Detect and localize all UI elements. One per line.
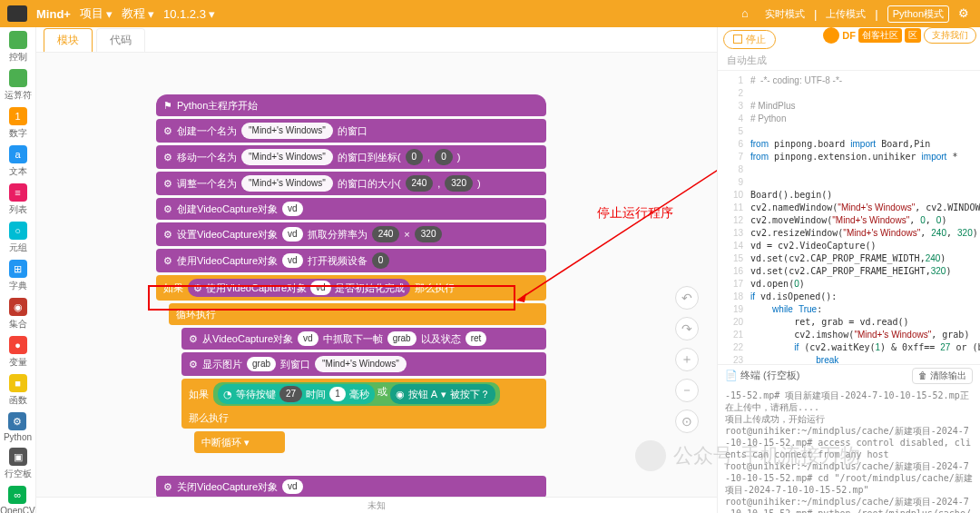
palette-set[interactable]: ◉集合 bbox=[9, 298, 27, 330]
palette-opencv[interactable]: ∞OpenCV bbox=[0, 486, 34, 513]
block-main-start: ⚑Python主程序开始 bbox=[156, 94, 546, 116]
right-panel: 停止 DF 创客社区 区 支持我们 自动生成 1# -*- coding: UT… bbox=[717, 27, 980, 513]
undo-button[interactable]: ↶ bbox=[675, 286, 699, 310]
terminal-output[interactable]: -15-52.mp# 项目新建项目-2024-7-10-10-15-52.mp正… bbox=[718, 386, 980, 513]
terminal-header: 📄 终端 (行空板) 🗑 清除输出 bbox=[718, 364, 980, 386]
block-grab-frame: ⚙从VideoCapture对象vd中抓取下一帧grab以及状态ret bbox=[181, 328, 546, 350]
status-bar: 未知 bbox=[36, 497, 717, 513]
block-move-window: ⚙移动一个名为"Mind+'s Windows"的窗口到坐标(0,0) bbox=[156, 145, 546, 169]
block-create-window: ⚙创建一个名为"Mind+'s Windows"的窗口 bbox=[156, 119, 546, 143]
stop-button[interactable]: 停止 bbox=[723, 30, 776, 49]
menu-tutorial[interactable]: 教程 ▾ bbox=[122, 5, 154, 22]
mode-python[interactable]: Python模式 bbox=[887, 5, 949, 23]
block-show-image: ⚙显示图片grab到窗口"Mind+'s Windows" bbox=[181, 352, 546, 376]
df-community-badge[interactable]: DF 创客社区 区 支持我们 bbox=[823, 27, 976, 44]
palette-unihiker[interactable]: ▣行空板 bbox=[5, 448, 32, 480]
block-set-capture: ⚙设置VideoCapture对象vd抓取分辨率为240×320 bbox=[156, 222, 546, 246]
block-open-device: ⚙使用VideoCapture对象vd打开视频设备0 bbox=[156, 249, 546, 272]
zoom-out-button[interactable]: － bbox=[675, 379, 699, 402]
menu-ip[interactable]: 10.1.2.3 ▾ bbox=[163, 7, 215, 21]
palette-control[interactable]: 控制 bbox=[9, 31, 27, 64]
block-if-key: 如果 ◔等待按键27时间1毫秒 或 ◉按钮 A▾ 被按下？ 那么执行 bbox=[181, 379, 546, 429]
gear-icon[interactable]: ⚙ bbox=[958, 6, 973, 21]
canvas-controls: ↶ ↷ ＋ － ⊙ bbox=[675, 286, 699, 433]
topbar: Mind+ 项目 ▾ 教程 ▾ 10.1.2.3 ▾ ⌂ 实时模式 | 上传模式… bbox=[0, 0, 980, 27]
zoom-in-button[interactable]: ＋ bbox=[675, 348, 699, 371]
tabs: 模块 代码 bbox=[36, 27, 717, 53]
palette-number[interactable]: 1数字 bbox=[9, 107, 27, 140]
palette-python[interactable]: ⚙Python bbox=[4, 412, 32, 442]
block-if-init: 如果⚙使用VideoCapture对象vd是否初始化完成那么执行 bbox=[156, 275, 546, 301]
tab-code[interactable]: 代码 bbox=[96, 28, 145, 52]
annotation-arrow bbox=[517, 103, 717, 302]
block-resize-window: ⚙调整一个名为"Mind+'s Windows"的窗口的大小(240,320) bbox=[156, 172, 546, 195]
block-close-capture: ⚙关闭VideoCapture对象vd bbox=[156, 476, 546, 497]
code-view[interactable]: 1# -*- coding: UTF-8 -*- 2 3# MindPlus 4… bbox=[718, 71, 980, 364]
zoom-fit-button[interactable]: ⊙ bbox=[675, 409, 699, 433]
palette-variable[interactable]: ●变量 bbox=[9, 336, 27, 369]
palette-text[interactable]: a文本 bbox=[9, 145, 27, 178]
mode-upload[interactable]: 上传模式 bbox=[826, 7, 866, 21]
palette-tuple[interactable]: ○元组 bbox=[9, 222, 27, 254]
block-create-capture: ⚙创建VideoCapture对象vd bbox=[156, 198, 546, 220]
home-icon[interactable]: ⌂ bbox=[741, 6, 756, 21]
block-script[interactable]: ⚑Python主程序开始 ⚙创建一个名为"Mind+'s Windows"的窗口… bbox=[156, 94, 546, 497]
logo-icon bbox=[7, 5, 27, 22]
redo-button[interactable]: ↷ bbox=[675, 317, 699, 340]
palette-list[interactable]: ≡列表 bbox=[9, 183, 27, 216]
annotation-label: 停止运行程序 bbox=[597, 205, 673, 222]
brand: Mind+ bbox=[36, 7, 71, 21]
svg-line-0 bbox=[517, 104, 717, 301]
block-palette: 控制 运算符 1数字 a文本 ≡列表 ○元组 ⊞字典 ◉集合 ●变量 ■函数 ⚙… bbox=[0, 27, 36, 513]
block-break: 中断循环 ▾ bbox=[194, 431, 285, 453]
support-button[interactable]: 支持我们 bbox=[924, 27, 976, 44]
code-toolbar: 停止 DF 创客社区 区 支持我们 bbox=[718, 27, 980, 51]
menu-project[interactable]: 项目 ▾ bbox=[80, 5, 113, 22]
mode-realtime[interactable]: 实时模式 bbox=[765, 7, 805, 21]
tab-blocks[interactable]: 模块 bbox=[44, 28, 93, 52]
stop-icon bbox=[733, 35, 742, 44]
clear-output-button[interactable]: 🗑 清除输出 bbox=[912, 368, 973, 384]
block-loop: 循环执行 bbox=[169, 303, 546, 325]
palette-function[interactable]: ■函数 bbox=[9, 374, 27, 407]
block-canvas[interactable]: ⚑Python主程序开始 ⚙创建一个名为"Mind+'s Windows"的窗口… bbox=[36, 53, 717, 497]
palette-operators[interactable]: 运算符 bbox=[5, 69, 32, 102]
palette-dict[interactable]: ⊞字典 bbox=[9, 260, 27, 292]
df-icon bbox=[823, 27, 839, 44]
autogen-label: 自动生成 bbox=[718, 51, 980, 71]
